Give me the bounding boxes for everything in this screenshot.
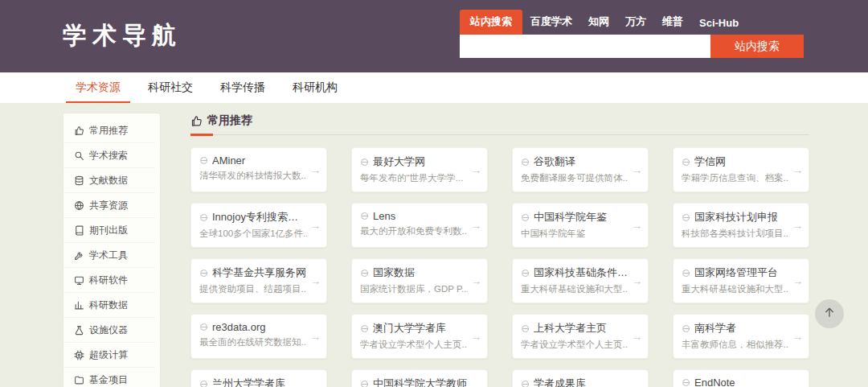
sidebar-item[interactable]: 共享资源	[63, 193, 155, 218]
tools-icon	[74, 250, 84, 261]
site-card[interactable]: Innojoy专利搜索引擎全球100多个国家1亿多件...→	[190, 203, 327, 248]
card-title: 兰州大学学者库	[212, 377, 285, 387]
sidebar-item-label: 学术工具	[89, 249, 128, 262]
site-card[interactable]: Lens最大的开放和免费专利数...→	[351, 203, 488, 248]
site-card[interactable]: 中国科学院年鉴中国科学院年鉴→	[512, 203, 649, 248]
arrow-right-icon: →	[471, 220, 481, 232]
sidebar-item-label: 共享资源	[89, 199, 128, 212]
sidebar-item[interactable]: 期刊出版	[63, 218, 155, 243]
card-title-row: 中国科学院年鉴	[521, 210, 628, 224]
site-card[interactable]: AMiner清华研发的科技情报大数...→	[190, 147, 327, 192]
thumbs-up-icon	[74, 126, 84, 136]
site-card[interactable]: 国家数据国家统计数据库，GDP P...→	[351, 258, 488, 303]
arrow-right-icon: →	[792, 164, 803, 176]
card-title: 南科学者	[694, 321, 736, 336]
arrow-right-icon: →	[310, 220, 321, 232]
card-title: 中国科学院大学教师	[373, 377, 467, 387]
search-input[interactable]	[460, 35, 710, 58]
database-icon	[74, 175, 84, 186]
card-title: AMiner	[212, 154, 245, 167]
site-icon	[521, 158, 530, 167]
site-icon	[360, 324, 369, 333]
site-card[interactable]: 学者成果库→	[512, 369, 649, 387]
sidebar-item[interactable]: 常用推荐	[63, 118, 155, 143]
sidebar-item-label: 学术搜索	[89, 149, 128, 163]
card-title: 学者成果库	[534, 377, 586, 387]
sidebar-item-label: 期刊出版	[89, 224, 128, 237]
sidebar-item-label: 超级计算	[89, 348, 128, 362]
arrow-right-icon: →	[792, 220, 803, 232]
site-card[interactable]: EndNote→	[673, 369, 809, 387]
site-icon	[199, 323, 208, 331]
site-card[interactable]: 谷歌翻译免费翻译服务可提供简体...→	[512, 147, 649, 192]
card-title: EndNote	[694, 377, 735, 387]
card-description: 最全面的在线研究数据知...	[199, 336, 307, 348]
site-card[interactable]: 学信网学籍学历信息查询、档案...→	[673, 147, 809, 192]
card-title-row: 兰州大学学者库	[199, 377, 307, 387]
site-card[interactable]: 中国科学院大学教师→	[351, 369, 488, 387]
site-card[interactable]: 最好大学网每年发布的“世界大学学...→	[351, 147, 488, 192]
card-title-row: 国家网络管理平台	[682, 266, 789, 280]
site-card[interactable]: re3data.org最全面的在线研究数据知...→	[190, 314, 327, 359]
site-icon	[199, 380, 208, 387]
sidebar-item[interactable]: 科研数据	[63, 293, 155, 318]
sidebar-item[interactable]: 学术工具	[63, 243, 155, 268]
card-title: 中国科学院年鉴	[534, 210, 607, 224]
arrow-right-icon: →	[471, 331, 481, 343]
card-title: Innojoy专利搜索引擎	[212, 210, 307, 224]
site-card[interactable]: 科学基金共享服务网提供资助项目、结题项目...→	[190, 258, 327, 303]
nav-tab[interactable]: 科研社交	[138, 72, 203, 103]
sidebar-item[interactable]: 文献数据	[63, 168, 155, 193]
site-icon	[682, 269, 690, 278]
site-card[interactable]: 兰州大学学者库→	[190, 369, 327, 387]
software-icon	[74, 275, 84, 286]
site-icon	[360, 269, 369, 278]
site-icon	[199, 269, 208, 278]
card-title: 上科大学者主页	[534, 321, 607, 336]
sidebar-item[interactable]: 设施仪器	[63, 318, 155, 343]
search-engine-tab[interactable]: 百度学术	[522, 10, 580, 35]
site-card[interactable]: 上科大学者主页学者设立学术型个人主页...→	[512, 314, 649, 359]
search-engine-tab[interactable]: 万方	[617, 10, 654, 35]
back-to-top-button[interactable]	[815, 299, 844, 328]
arrow-right-icon: →	[310, 164, 321, 176]
site-card[interactable]: 澳门大学学者库学者设立学术型个人主页...→	[351, 314, 488, 359]
site-card[interactable]: 南科学者丰富教师信息，相似推荐...→	[673, 314, 809, 359]
arrow-up-icon	[823, 306, 836, 322]
card-title: 科学基金共享服务网	[212, 266, 306, 280]
search-widget: 站内搜索百度学术知网万方维普Sci-Hub 站内搜索	[460, 13, 804, 58]
site-icon	[521, 324, 530, 333]
instrument-icon	[74, 325, 84, 336]
site-card[interactable]: 国家科技计划申报科技部各类科技计划项目...→	[673, 203, 809, 248]
card-description: 免费翻译服务可提供简体...	[521, 172, 628, 184]
search-button[interactable]: 站内搜索	[710, 35, 804, 58]
search-engine-tab[interactable]: Sci-Hub	[691, 12, 747, 35]
sidebar-item[interactable]: 学术搜索	[63, 143, 155, 168]
globe-icon	[74, 200, 84, 211]
card-title: 国家网络管理平台	[694, 266, 778, 280]
sidebar-item-label: 基金项目	[89, 373, 128, 387]
site-card[interactable]: 国家科技基础条件平...重大科研基础设施和大型...→	[512, 258, 649, 303]
search-engine-tab[interactable]: 维普	[654, 10, 691, 35]
site-logo[interactable]: 学术导航	[63, 19, 182, 52]
site-card[interactable]: 国家网络管理平台重大科研基础设施和大型...→	[673, 258, 809, 303]
sidebar-item[interactable]: 基金项目	[63, 368, 155, 387]
card-description: 中国科学院年鉴	[521, 228, 628, 240]
nav-tab[interactable]: 学术资源	[66, 72, 130, 103]
nav-tab[interactable]: 科研机构	[283, 72, 347, 103]
nav-tab[interactable]: 科学传播	[211, 72, 275, 103]
sidebar-item[interactable]: 超级计算	[63, 343, 155, 368]
card-description: 重大科研基础设施和大型...	[682, 283, 789, 295]
arrow-right-icon: →	[471, 164, 481, 176]
nav-tabs: 学术资源科研社交科学传播科研机构	[0, 72, 868, 103]
site-icon	[360, 380, 369, 387]
card-description: 重大科研基础设施和大型...	[521, 283, 628, 295]
card-title-row: 国家数据	[360, 266, 468, 280]
card-description: 最大的开放和免费专利数...	[360, 225, 468, 237]
card-title-row: 最好大学网	[360, 154, 468, 169]
search-engine-tab[interactable]: 站内搜索	[460, 10, 522, 35]
sidebar-item[interactable]: 科研软件	[63, 268, 155, 293]
search-engine-tab[interactable]: 知网	[580, 10, 617, 35]
computing-icon	[74, 350, 84, 360]
site-icon	[199, 213, 208, 222]
